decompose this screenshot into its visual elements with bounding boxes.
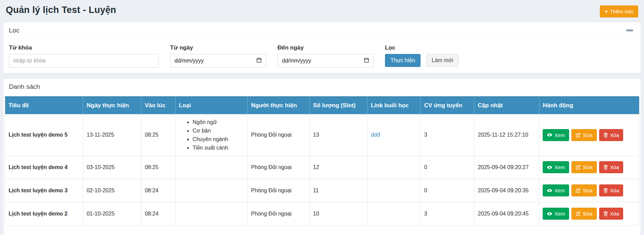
keyword-label: Từ khóa: [9, 44, 159, 51]
eye-icon: [547, 132, 552, 138]
eye-icon: [547, 188, 552, 193]
reset-filter-button[interactable]: Làm mới: [426, 54, 459, 67]
column-header-4: Người thực hiện: [247, 97, 309, 114]
row-updated: 2025-09-04 09:20:35: [474, 179, 539, 202]
list-panel-header: Danh sách: [3, 79, 641, 95]
eye-icon: [547, 211, 552, 217]
column-header-2: Vào lúc: [141, 97, 176, 114]
column-header-0: Tiêu đề: [5, 97, 83, 114]
result-count: Tìm thấy 4 kết quả: [3, 230, 641, 235]
table-row: Lịch test luyện demo 513-11-202508:25Ngô…: [5, 114, 639, 156]
table-row: Lịch test luyện demo 302-10-202508:24Phò…: [5, 179, 639, 202]
page-header: Quản lý lịch Test - Luyện + Thêm mới: [3, 3, 641, 17]
row-cv-count: 0: [421, 156, 474, 179]
list-panel: Danh sách Tiêu đềNgày thực hiệnVào lúcLo…: [3, 78, 641, 235]
column-header-5: Số lượng (Slot): [309, 97, 367, 114]
from-date-field-group: Từ ngày dd/mm/yyyy: [170, 44, 266, 68]
column-header-8: Cập nhật: [474, 97, 539, 114]
page-title: Quản lý lịch Test - Luyện: [6, 5, 116, 15]
table-header-row: Tiêu đềNgày thực hiệnVào lúcLoạiNgười th…: [5, 97, 639, 114]
edit-button[interactable]: Sửa: [571, 184, 596, 196]
schedule-table: Tiêu đềNgày thực hiệnVào lúcLoạiNgười th…: [5, 96, 639, 225]
row-title: Lịch test luyện demo 4: [5, 156, 83, 179]
trash-icon: [603, 188, 608, 193]
row-link-cell: ddđ: [367, 114, 421, 156]
delete-button[interactable]: Xóa: [599, 129, 623, 141]
filter-form: Từ khóa Từ ngày dd/mm/yyyy: [3, 39, 641, 73]
filter-panel: Lọc Từ khóa Từ ngày dd/mm/yyyy: [3, 22, 641, 73]
row-slots: 12: [309, 156, 367, 179]
calendar-icon[interactable]: [364, 57, 369, 64]
content-area: Quản lý lịch Test - Luyện + Thêm mới Lọc…: [0, 0, 644, 235]
row-updated: 2025-09-04 09:20:45: [474, 202, 539, 225]
column-header-1: Ngày thực hiện: [83, 97, 141, 114]
collapse-minus-icon[interactable]: [626, 29, 633, 31]
list-panel-title: Danh sách: [9, 83, 40, 91]
view-button[interactable]: Xem: [543, 161, 569, 173]
filter-actions-group: Lọc Thực hiện Làm mới: [385, 44, 459, 68]
to-date-field-group: Đến ngày dd/mm/yyyy: [278, 44, 374, 68]
keyword-field-group: Từ khóa: [9, 44, 159, 68]
row-date: 13-11-2025: [83, 114, 141, 156]
row-title: Lịch test luyện demo 5: [5, 114, 83, 156]
edit-button[interactable]: Sửa: [571, 129, 596, 141]
column-header-7: CV ứng tuyển: [421, 97, 474, 114]
lesson-link[interactable]: ddđ: [371, 132, 380, 138]
row-executor: Phòng Đối ngoại: [247, 114, 309, 156]
trash-icon: [603, 211, 608, 216]
row-actions-cell: XemSửaXóa: [539, 179, 639, 202]
view-button[interactable]: Xem: [543, 184, 569, 196]
row-actions-cell: XemSửaXóa: [539, 114, 639, 156]
delete-button[interactable]: Xóa: [599, 161, 623, 173]
table-row: Lịch test luyện demo 403-10-202508:25Phò…: [5, 156, 639, 179]
pencil-icon: [576, 165, 581, 170]
trash-icon: [603, 165, 608, 170]
column-header-9: Hành động: [539, 97, 639, 114]
row-cv-count: 3: [421, 202, 474, 225]
eye-icon: [547, 165, 552, 170]
edit-button[interactable]: Sửa: [571, 208, 596, 220]
row-time: 08:25: [141, 114, 176, 156]
view-button[interactable]: Xem: [543, 208, 569, 220]
row-title: Lịch test luyện demo 2: [5, 202, 83, 225]
row-types: [175, 156, 247, 179]
table-row: Lịch test luyện demo 201-10-202508:24Phò…: [5, 202, 639, 225]
row-time: 08:24: [141, 202, 176, 225]
row-types: [175, 202, 247, 225]
edit-button[interactable]: Sửa: [571, 161, 596, 173]
keyword-input[interactable]: [9, 54, 159, 68]
row-types: [175, 179, 247, 202]
filter-panel-title: Lọc: [9, 27, 20, 34]
type-item: Chuyên ngành: [193, 135, 244, 143]
row-executor: Phòng Đối ngoại: [247, 202, 309, 225]
to-date-value: dd/mm/yyyy: [282, 58, 311, 64]
row-slots: 13: [309, 114, 367, 156]
delete-button[interactable]: Xóa: [599, 184, 623, 196]
view-button[interactable]: Xem: [543, 129, 569, 141]
filter-panel-header: Lọc: [3, 22, 641, 39]
pencil-icon: [576, 133, 581, 138]
type-item: Cơ bản: [193, 126, 244, 135]
row-cv-count: 3: [421, 114, 474, 156]
pencil-icon: [576, 211, 581, 216]
row-updated: 2025-09-04 09:20:27: [474, 156, 539, 179]
filter-actions-label: Lọc: [385, 44, 459, 51]
from-date-label: Từ ngày: [170, 44, 266, 51]
to-date-input[interactable]: dd/mm/yyyy: [278, 54, 374, 68]
add-new-button[interactable]: + Thêm mới: [600, 5, 638, 17]
from-date-input[interactable]: dd/mm/yyyy: [170, 54, 266, 68]
row-updated: 2025-11-12 15:27:10: [474, 114, 539, 156]
row-title: Lịch test luyện demo 3: [5, 179, 83, 202]
from-date-value: dd/mm/yyyy: [175, 58, 204, 64]
column-header-6: Link buổi học: [367, 97, 421, 114]
row-slots: 10: [309, 202, 367, 225]
row-cv-count: 0: [421, 179, 474, 202]
to-date-label: Đến ngày: [278, 44, 374, 51]
delete-button[interactable]: Xóa: [599, 208, 623, 220]
row-link-cell: [367, 156, 421, 179]
row-executor: Phòng Đối ngoại: [247, 156, 309, 179]
calendar-icon[interactable]: [256, 57, 262, 64]
row-slots: 11: [309, 179, 367, 202]
apply-filter-button[interactable]: Thực hiện: [385, 54, 421, 67]
column-header-3: Loại: [175, 97, 247, 114]
